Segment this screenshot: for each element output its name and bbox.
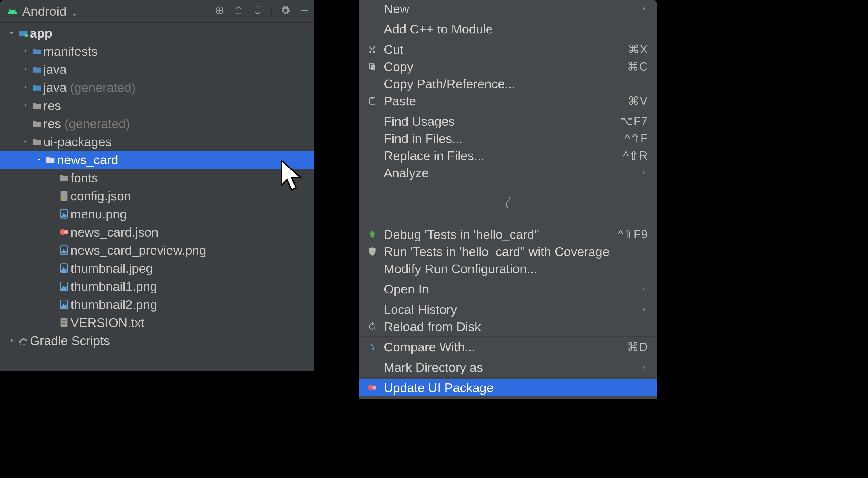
menu-item-mark-directory[interactable]: Mark Directory as	[359, 359, 657, 376]
svg-marker-15	[61, 286, 67, 290]
tree-node-java-generated[interactable]: java (generated)	[0, 78, 314, 96]
menu-item-copy-path[interactable]: Copy Path/Reference...	[359, 75, 657, 92]
menu-shortcut: ⌥F7	[620, 114, 648, 128]
chevron-right-icon	[20, 83, 30, 91]
tree-node-config-json[interactable]: config.json	[0, 187, 314, 205]
tree-label: java (generated)	[43, 80, 135, 95]
menu-label: Cut	[384, 42, 623, 57]
menu-item-find-in-files[interactable]: Find in Files... ^⇧F	[359, 130, 657, 147]
project-view-label: Android	[22, 4, 67, 19]
menu-item-modify-run[interactable]: Modify Run Configuration...	[359, 260, 657, 277]
tree-node-thumbnail1-png[interactable]: thumbnail1.png	[0, 277, 314, 295]
menu-label: Update UI Package	[384, 380, 648, 395]
expand-all-icon[interactable]	[233, 4, 244, 19]
menu-item-find-usages[interactable]: Find Usages ⌥F7	[359, 113, 657, 130]
menu-shortcut: ^⇧R	[623, 149, 648, 162]
tree-label: news_card	[57, 152, 118, 167]
menu-separator	[359, 39, 657, 39]
menu-separator	[359, 111, 657, 111]
tree-node-thumbnail2-png[interactable]: thumbnail2.png	[0, 295, 314, 313]
tree-node-menu-png[interactable]: menu.png	[0, 205, 314, 223]
menu-scroll-indicator	[359, 184, 657, 222]
menu-item-debug-tests[interactable]: Debug 'Tests in 'hello_card'' ^⇧F9	[359, 226, 657, 243]
hide-icon[interactable]	[299, 4, 310, 19]
tree-node-version-txt[interactable]: VERSION.txt	[0, 313, 314, 331]
menu-item-copy[interactable]: Copy ⌘C	[359, 58, 657, 75]
tree-label: ui-packages	[43, 134, 112, 149]
tree-label: news_card.json	[70, 225, 158, 239]
chevron-right-icon	[20, 65, 30, 73]
tree-label: res	[43, 98, 61, 113]
menu-label: Mark Directory as	[384, 360, 635, 375]
svg-point-27	[372, 386, 376, 390]
menu-label: Replace in Files...	[384, 148, 618, 163]
svg-marker-11	[61, 249, 67, 253]
project-view-selector[interactable]: Android	[7, 4, 209, 19]
tree-node-fonts[interactable]: fonts	[0, 169, 314, 187]
chevron-right-icon	[20, 101, 30, 110]
menu-item-open-in[interactable]: Open In	[359, 280, 657, 298]
resource-folder-icon	[30, 119, 43, 128]
folder-icon	[30, 137, 43, 146]
tree-node-manifests[interactable]: manifests	[0, 42, 314, 60]
relay-icon	[366, 383, 379, 392]
chevron-right-icon	[640, 5, 648, 12]
menu-item-update-ui-package[interactable]: Update UI Package	[359, 379, 657, 396]
resource-folder-icon	[30, 101, 43, 110]
tree-node-app[interactable]: app	[0, 24, 314, 42]
svg-rect-20	[62, 322, 66, 322]
tree-node-res-generated[interactable]: res (generated)	[0, 114, 314, 132]
menu-item-reload[interactable]: Reload from Disk	[359, 318, 657, 335]
menu-item-analyze[interactable]: Analyze	[359, 164, 657, 181]
tree-label: thumbnail1.png	[70, 279, 157, 294]
project-tool-window: Android app	[0, 0, 314, 371]
select-opened-file-icon[interactable]	[214, 4, 225, 19]
chevron-right-icon	[7, 336, 17, 345]
menu-label: Debug 'Tests in 'hello_card''	[384, 227, 613, 242]
chevron-right-icon	[20, 47, 30, 55]
menu-separator	[359, 224, 657, 224]
gear-icon[interactable]	[280, 4, 291, 19]
bug-icon	[366, 229, 379, 239]
menu-item-cut[interactable]: Cut ⌘X	[359, 41, 657, 58]
tree-node-news-card-preview[interactable]: news_card_preview.png	[0, 241, 314, 259]
folder-icon	[30, 47, 43, 55]
menu-item-add-cpp[interactable]: Add C++ to Module	[359, 20, 657, 37]
tree-node-thumbnail-jpeg[interactable]: thumbnail.jpeg	[0, 259, 314, 277]
svg-rect-24	[370, 98, 375, 104]
menu-item-compare-with[interactable]: Compare With... ⌘D	[359, 338, 657, 355]
menu-label: Copy Path/Reference...	[384, 77, 648, 91]
tree-label: menu.png	[70, 207, 127, 221]
svg-marker-13	[61, 267, 67, 272]
tree-label: VERSION.txt	[70, 315, 145, 330]
tree-node-java[interactable]: java	[0, 60, 314, 78]
tree-label: manifests	[43, 44, 98, 59]
menu-item-run-coverage[interactable]: Run 'Tests in 'hello_card'' with Coverag…	[359, 243, 657, 260]
svg-point-5	[61, 198, 64, 200]
image-file-icon	[57, 245, 70, 255]
coverage-icon	[366, 246, 379, 257]
menu-item-replace-in-files[interactable]: Replace in Files... ^⇧R	[359, 147, 657, 164]
image-file-icon	[57, 209, 70, 219]
menu-label: Modify Run Configuration...	[384, 261, 648, 276]
project-header-actions	[214, 4, 310, 19]
tree-node-ui-packages[interactable]: ui-packages	[0, 132, 314, 151]
menu-label: Analyze	[384, 166, 635, 180]
menu-item-new[interactable]: New	[359, 0, 657, 17]
svg-rect-23	[371, 65, 375, 70]
menu-label: Add C++ to Module	[384, 22, 648, 36]
menu-item-local-history[interactable]: Local History	[359, 301, 657, 318]
tree-node-news-card[interactable]: news_card	[0, 151, 314, 169]
reload-icon	[366, 322, 379, 331]
relay-file-icon	[57, 227, 70, 237]
menu-label: Open In	[384, 282, 635, 296]
generated-folder-icon	[30, 83, 43, 92]
collapse-all-icon[interactable]	[252, 4, 263, 19]
chevron-right-icon	[640, 306, 648, 313]
menu-item-paste[interactable]: Paste ⌘V	[359, 92, 657, 110]
copy-icon	[366, 62, 379, 71]
tree-node-res[interactable]: res	[0, 96, 314, 114]
svg-point-3	[33, 88, 36, 91]
tree-node-gradle-scripts[interactable]: Gradle Scripts	[0, 331, 314, 350]
tree-node-news-card-json[interactable]: news_card.json	[0, 223, 314, 241]
